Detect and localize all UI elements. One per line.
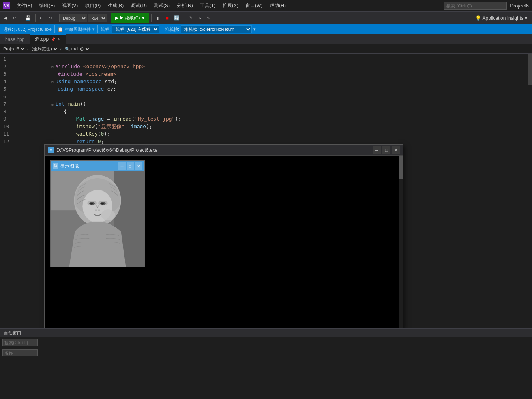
thread-select[interactable]: 线程: [628] 主线程 [112,25,159,33]
exe-icon: ⚙ [48,147,54,153]
panel-name-input[interactable] [2,349,38,356]
menu-tools[interactable]: 工具(T) [197,1,219,11]
img-window-icon: 🖼 [53,163,58,169]
right-debug-panels [45,329,532,399]
tab-label-base: base.hpp [5,37,24,42]
sep2 [35,14,36,22]
code-line-1: ⊟#include <opencv2/opencv.hpp> [21,55,532,63]
lifecycle-icon: 📋 [58,27,63,32]
opencv-title-bar: ⚙ D:\VSProgram\Project6\x64\Debug\Projec… [45,145,403,156]
autos-panel: 自动窗口 [0,329,45,399]
editor-scrollbar[interactable] [528,54,532,328]
process-label: 进程: [7032] Project6.exe [3,26,52,32]
stop-btn[interactable]: ■ [163,13,171,23]
menu-build[interactable]: 生成(B) [105,1,127,11]
tab-label-source: 源.cpp [35,36,49,43]
autos-tab[interactable]: 自动窗口 [0,329,25,337]
menu-bar: 文件(F) 编辑(E) 视图(V) 项目(P) 生成(B) 调试(D) 测试(S… [13,1,289,11]
title-bar: VS 文件(F) 编辑(E) 视图(V) 项目(P) 生成(B) 调试(D) 测… [0,0,532,12]
lifecycle-label[interactable]: 生命周期事件 [65,26,91,32]
code-line-6: ⊟int main() [21,93,532,100]
function-breadcrumb[interactable]: 🔍 main() [63,45,90,53]
sep4 [109,14,109,22]
img-maximize-btn[interactable]: □ [127,162,134,170]
vs-logo-icon: VS [3,2,10,9]
debug-sep3 [162,25,162,33]
menu-file[interactable]: 文件(F) [13,1,35,11]
minimize-btn[interactable]: ─ [373,146,381,154]
project-breadcrumb[interactable]: Project6 [2,45,26,53]
continue-btn[interactable]: ▶ ▶ 继续(C) ▼ [111,13,149,23]
stack-label: 堆栈帧: [165,26,179,32]
project-title: Project6 [510,3,529,9]
img-minimize-btn[interactable]: ─ [118,162,126,170]
restart-btn[interactable]: 🔄 [172,13,182,23]
close-btn[interactable]: ✕ [392,146,400,154]
thread-label: 线程: [101,26,111,32]
code-toolbar: Project6 › (全局范围) › 🔍 main() [0,44,532,54]
menu-test[interactable]: 测试(S) [151,1,173,11]
application-insights-section: 💡 Application Insights ▾ [475,15,530,21]
main-toolbar: ◀ ↩ 💾 ↩ ↪ Debug Release x64 x86 ▶ ▶ 继续(C… [0,12,532,24]
sep3 [57,14,57,22]
opencv-output-window[interactable]: ⚙ D:\VSProgram\Project6\x64\Debug\Projec… [44,144,403,328]
opencv-title-left: ⚙ D:\VSProgram\Project6\x64\Debug\Projec… [48,147,157,153]
sep7 [215,14,215,22]
redo-btn[interactable]: ↪ [47,13,55,23]
menu-debug[interactable]: 调试(D) [127,1,150,11]
workspace: 1 2 3 4 5 6 7 8 9 10 11 12 ⊟#include <op… [0,54,532,399]
save-btn[interactable]: 💾 [23,13,33,23]
maximize-btn[interactable]: □ [382,146,390,154]
tab-source-cpp[interactable]: 源.cpp 📌 ✕ [30,34,66,44]
scrollbar-thumb[interactable] [399,156,403,179]
autos-tab-row: 自动窗口 [0,329,45,337]
scrollbar-vertical[interactable] [399,156,403,328]
stack-dropdown-icon: ▾ [253,27,256,32]
insights-dropdown-icon[interactable]: ▾ [525,15,527,21]
debug-panel-content [45,337,532,399]
sep6 [184,14,184,22]
stack-select[interactable]: 堆栈帧: cv::errorNoReturn [181,25,252,33]
debug-config-select[interactable]: Debug Release [59,14,87,22]
tab-base-hpp[interactable]: base.hpp [0,34,30,44]
tab-bar: base.hpp 源.cpp 📌 ✕ [0,34,532,44]
platform-select[interactable]: x64 x86 [88,14,107,22]
tab-close-source[interactable]: ✕ [58,37,61,41]
menu-analyze[interactable]: 分析(N) [174,1,196,11]
menu-window[interactable]: 窗口(W) [242,1,266,11]
undo-btn[interactable]: ↩ [37,13,46,23]
redo-undo[interactable]: ↩ [10,13,19,23]
pause-btn[interactable]: ⏸ [154,13,163,23]
line-numbers: 1 2 3 4 5 6 7 8 9 10 11 12 [0,54,16,145]
editor-scrollbar-thumb[interactable] [528,54,532,85]
lightbulb-icon: 💡 [475,15,481,21]
menu-view[interactable]: 视图(V) [59,1,81,11]
application-insights-label[interactable]: Application Insights [483,15,523,21]
title-bar-left: VS 文件(F) 编辑(E) 视图(V) 项目(P) 生成(B) 调试(D) 测… [3,1,289,11]
img-close-btn[interactable]: ✕ [135,162,142,170]
menu-edit[interactable]: 编辑(E) [36,1,58,11]
opencv-title-controls: ─ □ ✕ [373,146,400,154]
workspace-inner: 1 2 3 4 5 6 7 8 9 10 11 12 ⊟#include <op… [0,54,532,328]
editor-area[interactable]: 1 2 3 4 5 6 7 8 9 10 11 12 ⊟#include <op… [0,54,532,328]
debug-sep1 [54,25,55,33]
debug-sep2 [97,25,98,33]
pin-icon[interactable]: 📌 [51,37,55,41]
menu-help[interactable]: 帮助(H) [266,1,289,11]
continue-icon: ▶ [115,15,118,21]
menu-extend[interactable]: 扩展(X) [219,1,242,11]
step-out-btn[interactable]: ↖ [204,13,213,23]
panel-search-input[interactable] [2,339,38,346]
img-title-controls: ─ □ ✕ [118,162,142,170]
image-display-window[interactable]: 🖼 显示图像 ─ □ ✕ [50,160,145,267]
breadcrumb-sep2: › [60,47,61,51]
code-line-7: { [21,100,532,108]
image-content [51,171,144,267]
search-input[interactable] [444,2,507,10]
step-over-btn[interactable]: ↷ [186,13,195,23]
barbara-image [51,171,144,267]
back-btn[interactable]: ◀ [2,13,9,23]
menu-project[interactable]: 项目(P) [82,1,104,11]
step-into-btn[interactable]: ↘ [195,13,204,23]
scope-breadcrumb[interactable]: (全局范围) [30,45,58,53]
